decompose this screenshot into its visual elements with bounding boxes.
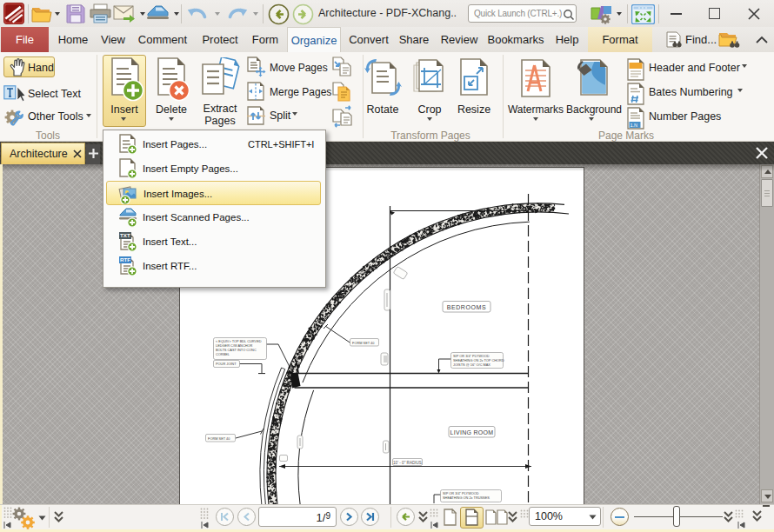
- svg-text:LIVING ROOM: LIVING ROOM: [450, 429, 494, 436]
- svg-text:SHEATHING ON 2x TRUSSES: SHEATHING ON 2x TRUSSES: [443, 495, 490, 500]
- svg-text:CORBEL: CORBEL: [216, 352, 230, 356]
- svg-text:FORM SET 40: FORM SET 40: [352, 341, 375, 345]
- svg-text:JOISTS @ 16" O/C MAX: JOISTS @ 16" O/C MAX: [453, 362, 490, 367]
- svg-text:10' - 0" RADIUS: 10' - 0" RADIUS: [393, 461, 422, 465]
- svg-text:POUR JOINT: POUR JOINT: [216, 362, 237, 366]
- svg-text:BEDROOMS: BEDROOMS: [447, 304, 487, 310]
- svg-text:1.N: 1.N: [631, 123, 638, 128]
- svg-text:FORM SET 40: FORM SET 40: [208, 436, 230, 441]
- svg-text:TXT: TXT: [120, 232, 130, 238]
- svg-text:RTF: RTF: [120, 256, 130, 263]
